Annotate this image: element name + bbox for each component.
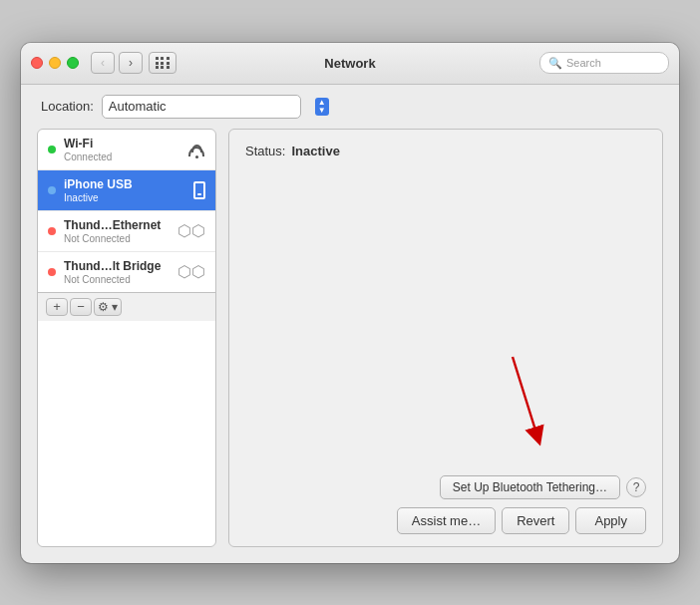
content-area: Wi-Fi Connected iPhone USB Ina [21,129,679,563]
iphone-text: iPhone USB Inactive [64,177,185,203]
status-row: Status: Inactive [245,144,646,158]
search-icon: 🔍 [548,57,562,70]
tethering-button[interactable]: Set Up Bluetooth Tethering… [440,475,620,499]
wifi-text: Wi-Fi Connected [64,137,179,162]
thunderbolt-bridge-name: Thund…lt Bridge [64,259,170,273]
bridge-icon: ⬡⬡ [177,262,205,281]
sidebar-item-thunderbolt-bridge[interactable]: Thund…lt Bridge Not Connected ⬡⬡ [38,252,215,292]
status-dot-iphone [48,186,56,194]
window-title: Network [324,56,375,71]
thunderbolt-ethernet-status: Not Connected [64,233,170,244]
assist-button[interactable]: Assist me… [397,507,496,534]
back-button[interactable]: ‹ [91,52,115,74]
location-label: Location: [41,99,94,114]
search-box[interactable]: 🔍 Search [539,52,669,74]
network-window: ‹ › Network 🔍 Search Location: Automatic… [21,43,679,563]
revert-button[interactable]: Revert [502,507,569,534]
wifi-status: Connected [64,151,179,162]
sidebar-item-wifi[interactable]: Wi-Fi Connected [38,130,215,170]
thunderbolt-bridge-text: Thund…lt Bridge Not Connected [64,259,170,285]
network-list: Wi-Fi Connected iPhone USB Ina [38,130,215,292]
apps-button[interactable] [149,52,176,74]
svg-line-1 [513,357,537,437]
chevron-down-icon: ▼ [318,107,326,115]
remove-button[interactable]: − [70,298,92,316]
location-value: Automatic [109,99,167,114]
maximize-button[interactable] [67,57,79,69]
iphone-name: iPhone USB [64,177,185,191]
status-label: Status: [245,144,285,158]
wifi-name: Wi-Fi [64,137,179,151]
search-placeholder: Search [566,57,660,69]
grid-icon [156,57,171,69]
status-dot-wifi [48,146,56,153]
titlebar: ‹ › Network 🔍 Search [21,43,679,85]
minimize-button[interactable] [49,57,61,69]
nav-buttons: ‹ › [91,52,143,74]
sidebar-item-iphone[interactable]: iPhone USB Inactive [38,170,215,211]
back-icon: ‹ [101,56,105,70]
add-button[interactable]: + [46,298,68,316]
traffic-lights [31,57,79,69]
bottom-section: Set Up Bluetooth Tethering… ? Assist me…… [245,475,646,534]
tethering-row: Set Up Bluetooth Tethering… ? [245,475,646,499]
thunderbolt-bridge-status: Not Connected [64,274,170,285]
status-value: Inactive [291,144,339,158]
main-panel: Status: Inactive Set Up Bluetooth Tether… [228,129,663,547]
location-bar: Location: Automatic ▲ ▼ [21,85,679,129]
sidebar: Wi-Fi Connected iPhone USB Ina [37,129,216,547]
red-arrow [483,347,562,466]
gear-button[interactable]: ⚙ ▾ [94,298,122,316]
forward-icon: › [129,56,133,70]
location-arrows-button[interactable]: ▲ ▼ [315,98,329,116]
forward-button[interactable]: › [119,52,143,74]
location-select[interactable]: Automatic [102,95,301,119]
main-spacer [245,168,646,475]
sidebar-item-thunderbolt-ethernet[interactable]: Thund…Ethernet Not Connected ⬡⬡ [38,211,215,252]
iphone-status: Inactive [64,192,185,203]
status-dot-bridge [48,268,56,276]
apply-button[interactable]: Apply [575,507,646,534]
action-row: Assist me… Revert Apply [245,507,646,534]
ethernet-icon: ⬡⬡ [177,221,205,240]
close-button[interactable] [31,57,43,69]
help-button[interactable]: ? [626,477,646,497]
phone-icon [193,181,205,199]
thunderbolt-ethernet-text: Thund…Ethernet Not Connected [64,218,170,244]
thunderbolt-ethernet-name: Thund…Ethernet [64,218,170,232]
status-dot-thunderbolt [48,227,56,235]
wifi-icon [187,143,205,156]
sidebar-footer: + − ⚙ ▾ [38,292,215,321]
